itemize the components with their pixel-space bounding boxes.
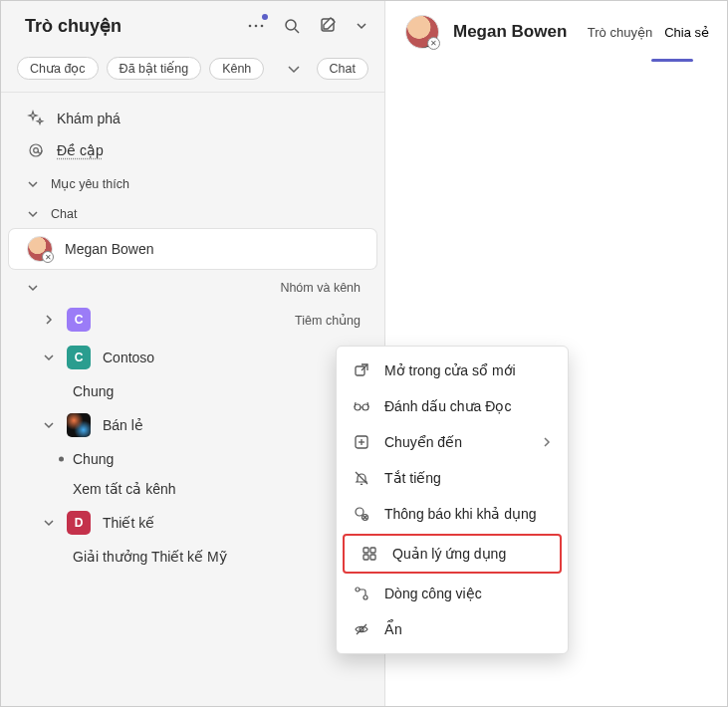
menu-manage-apps[interactable]: Quản lý ứng dụng [343,534,562,574]
menu-label: Đánh dấu chưa Đọc [384,398,511,414]
section-favorites[interactable]: Mục yêu thích [1,166,384,197]
chevron-down-icon [43,352,55,363]
menu-label: Thông báo khi khả dụng [384,506,537,522]
menu-workflow[interactable]: Dòng công việc [337,576,568,611]
nav-mentions[interactable]: Đề cập [1,134,384,166]
nav-mentions-label: Đề cập [57,142,104,158]
menu-label: Mở trong cửa sổ mới [384,362,516,378]
channel-label: Giải thưởng Thiết kế Mỹ [73,549,227,565]
svg-rect-22 [370,555,375,560]
channel-retail-all[interactable]: Xem tất cả kênh [1,474,384,504]
at-icon [27,141,45,159]
svg-point-24 [364,595,367,599]
menu-label: Ẩn [384,621,402,637]
team-retail-label: Bán lẻ [103,417,143,433]
filter-row: Chưa đọc Đã bật tiếng Kênh Chat [1,51,384,92]
nav-list: Khám phá Đề cập Mục yêu thích Chat [1,97,384,706]
menu-mark-unread[interactable]: Đánh dấu chưa Đọc [337,388,568,424]
presence-notify-icon [353,505,370,523]
team-retail[interactable]: Bán lẻ [1,406,384,444]
section-groups[interactable]: Nhóm và kênh [1,271,384,301]
page-title: Trò chuyện [25,15,247,37]
tab-underline [651,59,693,62]
chevron-down-icon [27,282,39,294]
team-violet-label: Tiêm chủng [295,313,370,328]
flow-icon [353,585,370,602]
team-icon [67,413,91,437]
team-contoso-label: Contoso [103,350,154,365]
menu-label: Chuyển đến [384,434,462,450]
menu-hide[interactable]: Ẩn [337,611,568,647]
filter-unread[interactable]: Chưa đọc [17,57,99,80]
svg-rect-8 [356,366,364,375]
team-icon: C [67,346,91,369]
svg-rect-20 [370,548,375,553]
channel-label: Chung [73,383,114,399]
filter-chat[interactable]: Chat [317,58,368,80]
svg-point-1 [255,25,258,28]
menu-label: Dòng công việc [384,586,482,601]
chevron-down-icon [43,517,55,529]
chevron-right-icon [43,314,55,326]
section-chat-label: Chat [51,207,77,221]
divider [1,92,384,93]
section-favorites-label: Mục yêu thích [51,176,129,191]
apps-icon [361,545,378,563]
chevron-right-icon [542,437,552,447]
nav-discover-label: Khám phá [57,111,121,126]
bell-off-icon [353,469,370,487]
eye-off-icon [353,620,370,638]
section-groups-label: Nhóm và kênh [280,281,370,295]
chat-item-megan[interactable]: ✕ Megan Bowen [9,229,376,269]
channel-label: Xem tất cả kênh [73,481,176,497]
team-design-label: Thiết kế [103,515,154,531]
search-icon[interactable] [283,17,301,35]
chevron-down-icon [27,178,39,190]
team-contoso[interactable]: C Contoso [1,339,384,376]
chevron-down-icon [27,208,39,220]
svg-rect-19 [364,548,368,553]
compose-chevron-icon[interactable] [357,21,366,31]
menu-label: Quản lý ứng dụng [392,546,506,562]
svg-line-26 [357,624,366,634]
team-icon: D [67,511,91,535]
avatar: ✕ [405,15,439,49]
filter-unmuted[interactable]: Đã bật tiếng [107,57,202,80]
channel-design-award[interactable]: Giải thưởng Thiết kế Mỹ [1,542,384,572]
popout-icon [353,361,370,379]
filter-channels[interactable]: Kênh [209,58,264,80]
more-options-button[interactable] [247,17,265,35]
svg-point-23 [356,588,360,591]
presence-badge-icon: ✕ [42,251,54,263]
svg-point-7 [34,148,39,153]
compose-button[interactable] [319,16,339,36]
chevron-down-icon [43,419,55,431]
plus-box-icon [353,433,370,451]
tab-chat[interactable]: Trò chuyện [586,21,654,44]
channel-contoso-general[interactable]: Chung [1,376,384,406]
svg-point-6 [30,144,42,156]
section-chat[interactable]: Chat [1,197,384,227]
filters-expand-icon[interactable] [287,62,309,76]
team-violet[interactable]: C Tiêm chủng [1,301,384,339]
tab-share[interactable]: Chia sẻ [662,21,711,44]
sparkle-icon [27,110,45,127]
menu-move-to[interactable]: Chuyển đến [337,424,568,460]
nav-discover[interactable]: Khám phá [1,103,384,134]
channel-retail-general[interactable]: Chung [1,444,384,474]
left-pane: Trò chuyện Chưa đọc Đã bật tiếng [1,1,385,706]
conversation-title: Megan Bowen [453,22,572,42]
avatar: ✕ [27,236,53,262]
svg-point-2 [261,25,264,28]
menu-mute[interactable]: Tắt tiếng [337,460,568,496]
menu-notify-available[interactable]: Thông báo khi khả dụng [337,496,568,532]
svg-point-0 [249,25,252,28]
presence-badge-icon: ✕ [427,37,440,50]
menu-open-new-window[interactable]: Mở trong cửa sổ mới [337,353,568,388]
svg-point-15 [356,508,364,516]
team-design[interactable]: D Thiết kế [1,504,384,542]
svg-point-3 [286,20,296,30]
svg-rect-21 [364,555,368,560]
conversation-tabs: Trò chuyện Chia sẻ [586,21,711,44]
team-icon: C [67,308,91,332]
